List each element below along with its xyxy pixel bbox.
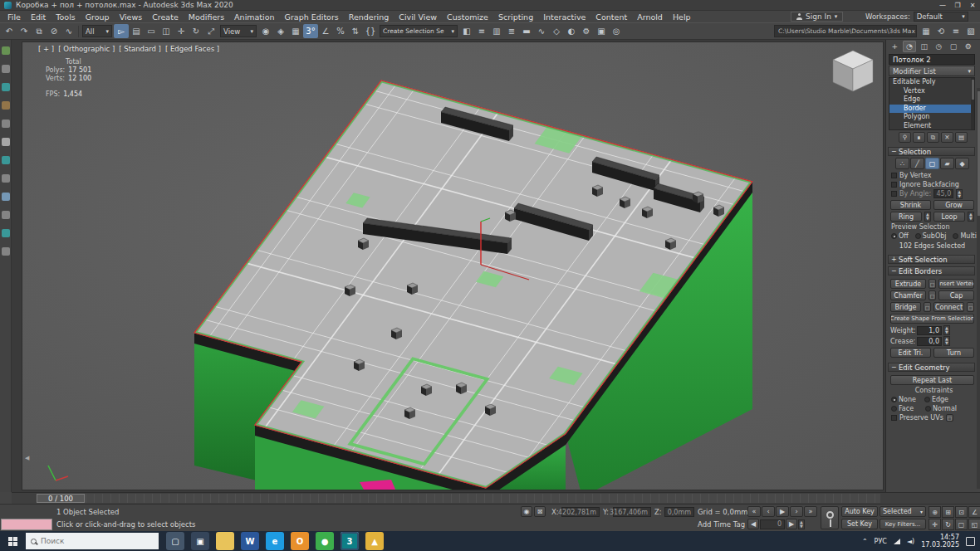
left-toolbar-icon-3[interactable] <box>2 83 10 91</box>
modify-tab[interactable]: ◔ <box>903 41 917 52</box>
loop-spinner[interactable]: ▲▼ <box>968 212 974 222</box>
rollout-selection-header[interactable]: −Selection <box>888 147 975 156</box>
grow-button[interactable]: Grow <box>933 200 974 210</box>
panel-scrollbar[interactable] <box>977 88 980 489</box>
stack-scrollbar[interactable] <box>971 78 974 129</box>
add-time-tag[interactable]: Add Time Tag <box>698 520 745 529</box>
render-production-icon[interactable]: ◎ <box>609 24 624 38</box>
maximize-viewport-icon[interactable]: ◱ <box>968 519 980 530</box>
edge-browser-icon[interactable]: e <box>266 532 284 550</box>
percent-snap-icon[interactable]: % <box>333 24 348 38</box>
configure-modifier-sets-icon[interactable]: ▤ <box>955 132 968 143</box>
modifier-stack-item[interactable]: Vertex <box>889 87 974 96</box>
reference-coordinate-dropdown[interactable]: View▾ <box>220 25 257 37</box>
left-toolbar-icon-10[interactable] <box>2 211 10 219</box>
display-tab[interactable]: ▢ <box>947 41 961 52</box>
bridge-button[interactable]: Bridge <box>890 302 921 312</box>
set-keys-button[interactable] <box>821 506 839 529</box>
preserve-uvs-checkbox[interactable]: Preserve UVs□ <box>888 413 977 422</box>
minimize-button[interactable]: — <box>935 0 950 10</box>
undo-icon[interactable]: ↶ <box>2 24 17 38</box>
layer-explorer-toggle-icon[interactable]: ≣ <box>504 24 519 38</box>
volume-icon[interactable]: ◄) <box>907 538 914 545</box>
rollout-soft-selection-header[interactable]: +Soft Selection <box>888 255 975 264</box>
select-and-manipulate-icon[interactable]: ◈ <box>273 24 288 38</box>
preview-multi-radio[interactable] <box>953 233 958 239</box>
cap-button[interactable]: Cap <box>938 290 974 300</box>
ring-spinner[interactable]: ▲▼ <box>924 212 931 222</box>
snaps-toggle-3d-icon[interactable]: 3° <box>303 24 318 38</box>
redo-icon[interactable]: ↷ <box>17 24 32 38</box>
constraint-normal-radio[interactable] <box>925 406 931 412</box>
taskbar-search[interactable] <box>26 533 159 549</box>
left-toolbar-icon-12[interactable] <box>2 247 10 256</box>
menu-item[interactable]: Help <box>668 12 696 22</box>
left-toolbar-icon-4[interactable] <box>2 101 10 110</box>
object-name-field[interactable]: Потолок 2 <box>889 54 975 65</box>
project-path-field[interactable]: C:\Users\Studio Marble\Documents\3ds Max… <box>774 25 917 37</box>
word-icon[interactable]: W <box>241 532 259 550</box>
maximize-button[interactable]: ❐ <box>950 0 965 10</box>
edge-subobject-icon[interactable]: ╱ <box>910 158 924 169</box>
viewport-menu-pov[interactable]: [ + ] <box>38 45 54 53</box>
zoom-icon[interactable]: ⊕ <box>929 506 941 518</box>
preview-off-radio[interactable] <box>891 233 897 239</box>
left-toolbar-icon-11[interactable] <box>2 229 10 237</box>
close-button[interactable]: ✕ <box>965 0 980 10</box>
hidden-icons-chevron[interactable]: ⌃ <box>862 538 868 545</box>
pan-icon[interactable]: ✛ <box>929 519 941 530</box>
by-angle-spinner[interactable]: ▲▼ <box>956 189 963 199</box>
key-filters-button[interactable]: Key Filters... <box>880 519 926 529</box>
mirror-icon[interactable]: ◧ <box>459 24 474 38</box>
turn-button[interactable]: Turn <box>933 348 974 358</box>
ring-button[interactable]: Ring <box>890 212 922 222</box>
left-toolbar-icon-7[interactable] <box>2 156 10 164</box>
viewport-menu-shading[interactable]: [ Standard ] <box>119 45 161 53</box>
extrude-button[interactable]: Extrude <box>890 279 926 289</box>
layers-icon[interactable]: ≡ <box>948 24 963 38</box>
left-toolbar-icon-8[interactable] <box>2 174 10 183</box>
scene-explorer-toggle-icon[interactable]: ▥ <box>489 24 504 38</box>
file-explorer-icon[interactable] <box>216 532 234 550</box>
edit-tri-button[interactable]: Edit Tri. <box>890 348 931 358</box>
named-selection-sets-icon[interactable]: {} <box>363 24 378 38</box>
selection-filter-dropdown[interactable]: All▾ <box>82 25 112 37</box>
viewport-menu-edged[interactable]: [ Edged Faces ] <box>165 45 219 53</box>
selected-set-dropdown[interactable]: Selected▾ <box>880 506 926 517</box>
rectangular-selection-region-icon[interactable]: ▭ <box>144 24 159 38</box>
render-setup-icon[interactable]: ⚙ <box>579 24 594 38</box>
next-frame-button[interactable]: › <box>790 506 803 517</box>
crease-field[interactable]: 0,0 <box>917 337 942 346</box>
time-slider-track[interactable] <box>37 494 880 503</box>
selection-lock-icon[interactable]: ⊠ <box>534 506 546 517</box>
menu-item[interactable]: Rendering <box>344 12 394 22</box>
element-subobject-icon[interactable]: ◆ <box>955 158 969 169</box>
unlink-selection-icon[interactable]: ⊘ <box>47 24 61 38</box>
motion-tab[interactable]: ◷ <box>932 41 946 52</box>
green-app-icon[interactable]: ● <box>316 532 334 550</box>
go-to-end-button[interactable]: » <box>804 506 817 517</box>
3ds-max-icon[interactable]: 3 <box>341 532 359 550</box>
workspace-icon[interactable]: ▧ <box>963 24 978 38</box>
align-icon[interactable]: ≡ <box>474 24 489 38</box>
media-app-icon[interactable]: ▣ <box>191 532 209 550</box>
previous-frame-button[interactable]: ‹ <box>762 506 775 517</box>
menu-item[interactable]: Content <box>590 12 632 22</box>
material-editor-icon[interactable]: ◐ <box>564 24 579 38</box>
zoom-region-icon[interactable]: ▢ <box>955 519 968 530</box>
select-object-icon[interactable]: ▻ <box>114 24 129 38</box>
search-input[interactable] <box>41 537 140 545</box>
left-toolbar-icon-5[interactable] <box>2 119 10 128</box>
y-coordinate-field[interactable]: 3167,406m <box>613 507 651 517</box>
modifier-stack-item[interactable]: Border <box>889 105 974 114</box>
repeat-last-button[interactable]: Repeat Last <box>890 375 974 385</box>
vertex-subobject-icon[interactable]: ∴ <box>895 158 909 169</box>
sign-in-button[interactable]: Sign In ▾ <box>791 12 843 22</box>
fov-icon[interactable]: ∠ <box>968 506 980 518</box>
select-and-scale-icon[interactable]: ⤢ <box>203 24 218 38</box>
window-crossing-toggle-icon[interactable]: ◫ <box>159 24 174 38</box>
menu-item[interactable]: Tools <box>51 12 80 22</box>
start-button[interactable] <box>0 531 25 551</box>
insert-vertex-button[interactable]: Insert Vertex <box>938 279 974 289</box>
menu-item[interactable]: Scripting <box>493 12 538 22</box>
